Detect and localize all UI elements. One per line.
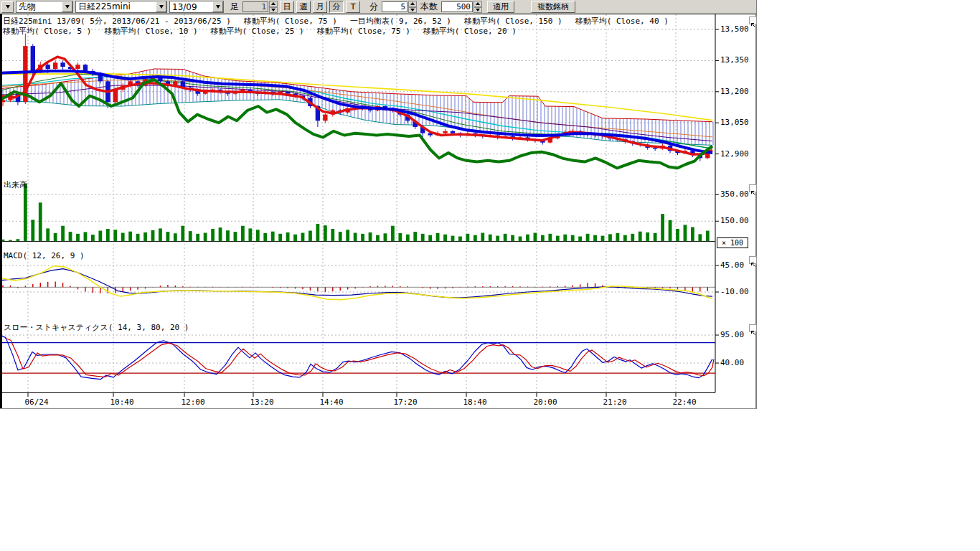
- contract-select[interactable]: 13/09: [169, 1, 224, 13]
- panel-scroll-arrow[interactable]: [749, 17, 757, 24]
- period-minute-button[interactable]: 分: [329, 1, 344, 13]
- bar-count-label: 本数: [420, 1, 438, 13]
- panel-scroll-arrow[interactable]: [749, 256, 757, 264]
- minute-value-input[interactable]: [382, 1, 407, 12]
- toolbar: 先物 日経225mini 13/09 足 日 週 月 分 T 分 本数 適用 複…: [0, 0, 756, 14]
- chart-menu-dropdown[interactable]: [1, 1, 14, 13]
- minute-value-spinner[interactable]: [382, 1, 417, 13]
- bar-label: 足: [230, 1, 239, 13]
- market-select[interactable]: 先物: [16, 1, 73, 13]
- chevron-down-icon: [6, 5, 10, 9]
- period-week-button[interactable]: 週: [296, 1, 311, 13]
- spin-up-icon[interactable]: [473, 1, 482, 7]
- spin-up-icon[interactable]: [269, 1, 278, 7]
- period-tick-button[interactable]: T: [346, 1, 360, 13]
- spin-down-icon[interactable]: [473, 7, 482, 14]
- spin-down-icon[interactable]: [408, 7, 417, 14]
- bar-interval-input[interactable]: [242, 1, 268, 12]
- panel-scroll-arrow[interactable]: [749, 324, 757, 332]
- symbol-select-value: 日経225mini: [76, 1, 156, 13]
- chevron-down-icon[interactable]: [62, 1, 72, 12]
- symbol-select[interactable]: 日経225mini: [75, 1, 167, 13]
- spin-down-icon[interactable]: [269, 7, 278, 14]
- panel-scroll-arrow[interactable]: [749, 184, 757, 192]
- chevron-down-icon[interactable]: [156, 1, 166, 12]
- market-select-value: 先物: [17, 1, 62, 13]
- contract-select-value: 13/09: [170, 2, 212, 12]
- bar-count-spinner[interactable]: [441, 1, 482, 13]
- chevron-down-icon[interactable]: [212, 1, 223, 12]
- minute-label: 分: [369, 1, 378, 13]
- period-month-button[interactable]: 月: [313, 1, 327, 13]
- multi-symbol-button[interactable]: 複数銘柄: [531, 1, 575, 13]
- bar-count-input[interactable]: [441, 1, 473, 12]
- spin-up-icon[interactable]: [408, 1, 417, 7]
- chart-svg[interactable]: [0, 0, 760, 410]
- apply-button[interactable]: 適用: [487, 1, 514, 13]
- period-day-button[interactable]: 日: [280, 1, 294, 13]
- chart-canvas[interactable]: 日経225mini 13/09( 5分, 2013/06/21 - 2013/0…: [0, 0, 760, 410]
- bar-interval-spinner[interactable]: [242, 1, 278, 13]
